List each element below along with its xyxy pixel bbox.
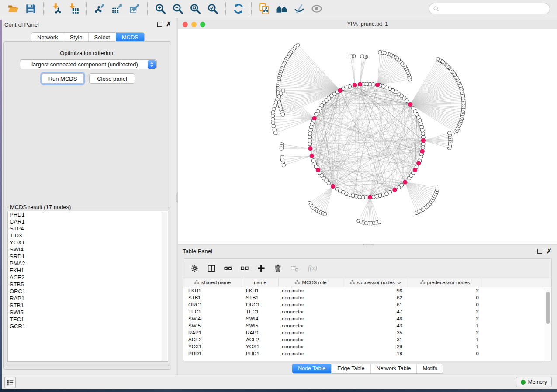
show-all-button[interactable] [308, 1, 325, 16]
refresh-button[interactable] [230, 1, 247, 16]
hide-selected-button[interactable] [291, 1, 308, 16]
criterion-dropdown[interactable]: largest connected component (undirected) [20, 59, 157, 69]
table-cell[interactable]: 0 [408, 302, 482, 307]
export-image-button[interactable] [126, 1, 143, 16]
column-header-MCDS-role[interactable]: MCDS role [279, 278, 343, 287]
zoom-fit-button[interactable] [187, 1, 204, 16]
table-cell[interactable]: connector [279, 323, 343, 328]
zoom-in-button[interactable] [152, 1, 169, 16]
zoom-selected-button[interactable] [204, 1, 221, 16]
table-cell[interactable]: YOX1 [242, 344, 279, 349]
tab-edge-table[interactable]: Edge Table [331, 364, 370, 373]
table-cell[interactable]: FKH1 [183, 288, 242, 293]
mcds-result-item[interactable]: PMA2 [8, 260, 168, 267]
table-row[interactable]: FKH1FKH1dominator962 [183, 287, 551, 294]
column-header-shared-name[interactable]: shared name [183, 278, 242, 287]
mcds-result-list[interactable]: PHD1CAR1STP4TID3YOX1SWI4SRD1PMA2FKH1ACE2… [7, 211, 168, 362]
mcds-result-item[interactable]: FKH1 [8, 267, 168, 274]
table-cell[interactable]: STB1 [242, 295, 279, 300]
mcds-result-item[interactable]: RAP1 [8, 295, 168, 302]
table-cell[interactable]: connector [279, 337, 343, 342]
table-cell[interactable]: dominator [279, 330, 343, 335]
table-cell[interactable]: SWI4 [183, 316, 242, 321]
add-column-button[interactable] [257, 263, 266, 274]
table-cell[interactable]: SWI5 [183, 323, 242, 328]
mcds-result-item[interactable]: SWI5 [8, 309, 168, 316]
network-from-selection-button[interactable] [256, 1, 273, 16]
table-cell[interactable]: dominator [279, 295, 343, 300]
table-cell[interactable]: STB1 [183, 295, 242, 300]
mcds-result-item[interactable]: ACE2 [8, 274, 168, 281]
zoom-out-button[interactable] [169, 1, 187, 16]
float-panel-icon[interactable] [157, 22, 162, 27]
table-cell[interactable]: SWI5 [242, 323, 279, 328]
search-input[interactable] [441, 5, 546, 12]
mcds-result-item[interactable]: SRD1 [8, 253, 168, 260]
table-cell[interactable]: 96 [343, 288, 408, 293]
table-cell[interactable]: 1 [408, 344, 482, 349]
tab-select[interactable]: Select [88, 33, 116, 42]
tab-motifs[interactable]: Motifs [416, 364, 443, 373]
table-row[interactable]: PHD1PHD1dominator180 [183, 350, 551, 357]
table-cell[interactable]: RAP1 [183, 330, 242, 335]
mcds-result-item[interactable]: STB1 [8, 302, 168, 309]
table-cell[interactable]: 62 [343, 295, 408, 300]
mcds-result-item[interactable]: YOX1 [8, 239, 168, 246]
table-cell[interactable]: SWI4 [242, 316, 279, 321]
close-panel-icon[interactable]: ✗ [547, 249, 552, 254]
table-cell[interactable]: ORC1 [242, 302, 279, 307]
table-cell[interactable]: 29 [343, 344, 408, 349]
export-network-button[interactable] [91, 1, 108, 16]
table-cell[interactable]: 43 [343, 323, 408, 328]
float-panel-icon[interactable] [537, 249, 542, 254]
table-row[interactable]: ORC1ORC1dominator610 [183, 301, 551, 308]
task-history-button[interactable] [4, 377, 16, 388]
network-canvas[interactable] [178, 29, 557, 244]
import-table-button[interactable] [65, 1, 83, 16]
table-row[interactable]: SWI5SWI5connector431 [183, 322, 551, 329]
tab-node-table[interactable]: Node Table [292, 364, 331, 373]
table-cell[interactable]: FKH1 [242, 288, 279, 293]
column-header-predecessor-nodes[interactable]: predecessor nodes [408, 278, 482, 287]
tab-network-table[interactable]: Network Table [370, 364, 417, 373]
tab-style[interactable]: Style [64, 33, 88, 42]
memory-button[interactable]: Memory [516, 377, 552, 387]
table-cell[interactable]: 46 [343, 316, 408, 321]
close-panel-icon[interactable]: ✗ [166, 22, 171, 27]
table-cell[interactable]: dominator [279, 302, 343, 307]
settings-gear-button[interactable] [190, 263, 199, 274]
table-row[interactable]: TEC1TEC1connector472 [183, 308, 551, 315]
run-mcds-button[interactable]: Run MCDS [42, 73, 84, 84]
table-cell[interactable]: 2 [408, 288, 482, 293]
table-cell[interactable]: ACE2 [183, 337, 242, 342]
table-row[interactable]: RAP1RAP1dominator352 [183, 329, 551, 336]
mcds-result-item[interactable]: SWI4 [8, 246, 168, 253]
column-header-successor-nodes[interactable]: successor nodes [343, 278, 408, 287]
table-cell[interactable]: 2 [408, 309, 482, 314]
table-cell[interactable]: 18 [343, 351, 408, 356]
table-cell[interactable]: 61 [343, 302, 408, 307]
import-network-button[interactable] [48, 1, 65, 16]
mcds-result-item[interactable]: TID3 [8, 232, 168, 239]
table-scrollbar[interactable] [545, 288, 551, 361]
table-cell[interactable]: YOX1 [183, 344, 242, 349]
close-panel-button[interactable]: Close panel [89, 73, 135, 84]
table-cell[interactable]: dominator [279, 288, 343, 293]
network-window-titlebar[interactable]: YPA_prune.txt_1 [178, 20, 557, 29]
first-neighbors-button[interactable] [273, 1, 291, 16]
table-cell[interactable]: RAP1 [242, 330, 279, 335]
export-table-button[interactable] [108, 1, 126, 16]
columns-button[interactable] [207, 263, 216, 274]
table-cell[interactable]: PHD1 [183, 351, 242, 356]
table-cell[interactable]: 31 [343, 337, 408, 342]
table-cell[interactable]: 2 [408, 330, 482, 335]
table-cell[interactable]: ACE2 [242, 337, 279, 342]
table-cell[interactable]: dominator [279, 316, 343, 321]
table-cell[interactable]: TEC1 [183, 309, 242, 314]
mcds-result-item[interactable]: ORC1 [8, 288, 168, 295]
table-cell[interactable]: connector [279, 344, 343, 349]
table-scrollbar-thumb[interactable] [546, 292, 550, 324]
table-cell[interactable]: 0 [408, 351, 482, 356]
table-cell[interactable]: 0 [408, 295, 482, 300]
table-row[interactable]: STB1STB1dominator620 [183, 294, 551, 301]
